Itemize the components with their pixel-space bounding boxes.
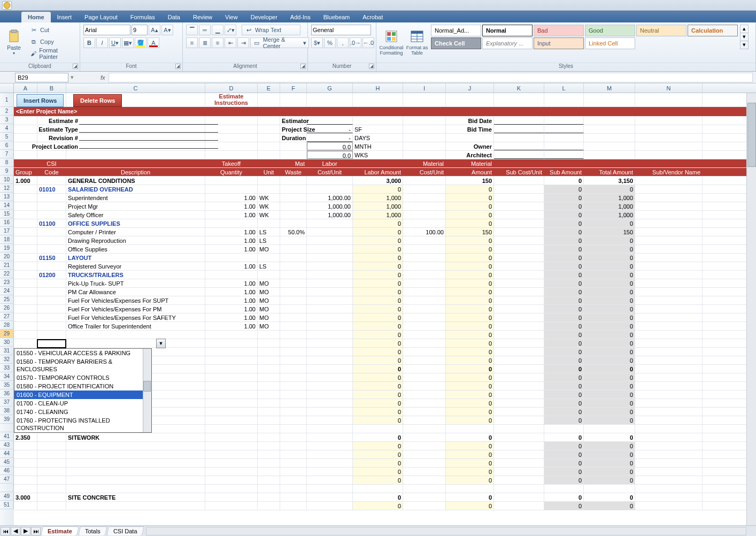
row-header[interactable]: 7 bbox=[0, 150, 14, 158]
column-header[interactable]: L bbox=[544, 83, 584, 93]
table-row[interactable]: Fuel For Vehicles/Expenses For SUPT1.00M… bbox=[14, 296, 756, 305]
cut-button[interactable]: ✂Cut bbox=[27, 25, 76, 35]
dialog-launcher-icon[interactable]: ◢ bbox=[73, 64, 78, 69]
row-header[interactable]: 17 bbox=[0, 227, 14, 235]
column-header[interactable]: J bbox=[446, 83, 494, 93]
row-header[interactable]: 19 bbox=[0, 244, 14, 252]
orientation-button[interactable]: ⤢▾ bbox=[225, 25, 236, 35]
align-top-button[interactable]: ▔ bbox=[186, 25, 198, 35]
dropdown-item[interactable]: 01560 - TEMPORARY BARRIERS & ENCLOSURES bbox=[14, 357, 151, 373]
table-row[interactable]: 0000 bbox=[14, 476, 756, 485]
table-row[interactable]: Safety Officer1.00WK1,000.001,000001,000 bbox=[14, 211, 756, 219]
column-header[interactable]: D bbox=[205, 83, 258, 93]
row-header[interactable]: 4 bbox=[0, 124, 14, 133]
row-header[interactable]: 49 bbox=[0, 492, 14, 501]
ribbon-tab-acrobat[interactable]: Acrobat bbox=[356, 12, 389, 22]
style-cell[interactable]: Calculation bbox=[688, 25, 738, 36]
table-row[interactable]: 01010SALARIED OVERHEAD0000 bbox=[14, 185, 756, 194]
name-box[interactable]: B29 bbox=[15, 73, 68, 82]
fill-color-button[interactable]: 🪣 bbox=[135, 37, 146, 48]
column-header[interactable]: B bbox=[37, 83, 66, 93]
row-header[interactable]: 23 bbox=[0, 278, 14, 287]
row-header[interactable]: 28 bbox=[0, 321, 14, 330]
format-painter-button[interactable]: 🖌Format Painter bbox=[27, 48, 76, 59]
ribbon-tab-bluebeam[interactable]: Bluebeam bbox=[317, 12, 357, 22]
ribbon-tab-review[interactable]: Review bbox=[187, 12, 219, 22]
select-all-corner[interactable] bbox=[0, 83, 14, 93]
row-header[interactable]: 34 bbox=[0, 372, 14, 381]
row-header[interactable]: 37 bbox=[0, 398, 14, 407]
style-cell[interactable]: Linked Cell bbox=[585, 37, 635, 49]
row-header[interactable]: 20 bbox=[0, 252, 14, 261]
font-size-combo[interactable] bbox=[132, 25, 148, 35]
align-middle-button[interactable]: ═ bbox=[199, 25, 211, 35]
column-header[interactable]: A bbox=[14, 83, 37, 93]
dropdown-list[interactable]: 01550 - VEHICULAR ACCESS & PARKING01560 … bbox=[14, 348, 152, 433]
row-header[interactable]: 3 bbox=[0, 116, 14, 124]
row-header[interactable]: 31 bbox=[0, 347, 14, 355]
column-header[interactable]: H bbox=[353, 83, 403, 93]
dropdown-item[interactable]: 01550 - VEHICULAR ACCESS & PARKING bbox=[14, 349, 151, 357]
ribbon-tab-insert[interactable]: Insert bbox=[51, 12, 79, 22]
gallery-up-button[interactable]: ▴ bbox=[740, 25, 748, 33]
table-row[interactable]: Pick-Up Truck- SUPT1.00MO0000 bbox=[14, 279, 756, 288]
table-row[interactable]: Computer / Printer1.00LS50.0%0100.001500… bbox=[14, 228, 756, 236]
row-header[interactable]: 36 bbox=[0, 389, 14, 398]
row-header[interactable]: 5 bbox=[0, 133, 14, 141]
dialog-launcher-icon[interactable]: ◢ bbox=[300, 64, 306, 69]
row-header[interactable]: 46 bbox=[0, 466, 14, 475]
row-header[interactable]: 38 bbox=[0, 407, 14, 415]
row-header[interactable]: 26 bbox=[0, 304, 14, 312]
dropdown-item[interactable]: 01760 - PROTECTING INSTALLED CONSTRUCTIO… bbox=[14, 416, 151, 432]
row-header[interactable]: 14 bbox=[0, 201, 14, 210]
table-row[interactable]: Registered Surveyor1.00LS0000 bbox=[14, 262, 756, 271]
shrink-font-button[interactable]: A▾ bbox=[161, 25, 173, 35]
table-row[interactable]: Drawing Reproduction1.00LS0000 bbox=[14, 236, 756, 245]
row-header[interactable]: 41 bbox=[0, 432, 14, 441]
column-header[interactable]: I bbox=[403, 83, 446, 93]
dropdown-item[interactable]: 01700 - CLEAN-UP bbox=[14, 399, 151, 408]
table-row[interactable]: 0000 bbox=[14, 450, 756, 459]
row-header[interactable]: 35 bbox=[0, 381, 14, 389]
ribbon-tab-add-ins[interactable]: Add-Ins bbox=[284, 12, 317, 22]
table-row[interactable]: Fuel For Vehicles/Expenses For PM1.00MO0… bbox=[14, 305, 756, 313]
align-right-button[interactable]: ≡ bbox=[212, 37, 223, 48]
sheet-tab[interactable]: Estimate bbox=[41, 526, 79, 535]
align-bottom-button[interactable]: ▁ bbox=[212, 25, 223, 35]
row-header[interactable]: 9 bbox=[0, 167, 14, 175]
table-row[interactable]: Superintendent1.00WK1,000.001,000001,000 bbox=[14, 194, 756, 202]
row-header[interactable]: 43 bbox=[0, 441, 14, 449]
wrap-text-button[interactable]: ↩Wrap Text bbox=[242, 25, 300, 35]
row-header[interactable]: 44 bbox=[0, 449, 14, 458]
dropdown-arrow-button[interactable]: ▼ bbox=[156, 339, 166, 348]
font-name-combo[interactable] bbox=[83, 25, 130, 35]
style-cell[interactable]: Bad bbox=[534, 25, 584, 36]
ribbon-tab-formulas[interactable]: Formulas bbox=[124, 12, 161, 22]
table-row[interactable]: 0000 bbox=[14, 459, 756, 468]
dropdown-item[interactable]: 01580 - PROJECT IDENTIFICATION bbox=[14, 382, 151, 390]
row-header[interactable]: 33 bbox=[0, 364, 14, 372]
style-cell[interactable]: Normal bbox=[482, 25, 533, 36]
grow-font-button[interactable]: A▴ bbox=[149, 25, 160, 35]
column-header[interactable]: K bbox=[494, 83, 544, 93]
row-header[interactable]: 39 bbox=[0, 415, 14, 424]
row-header[interactable]: 16 bbox=[0, 218, 14, 227]
gallery-down-button[interactable]: ▾ bbox=[740, 33, 748, 41]
column-header[interactable]: F bbox=[280, 83, 307, 93]
dropdown-item[interactable]: 01570 - TEMPORARY CONTROLS bbox=[14, 373, 151, 382]
table-row[interactable] bbox=[14, 485, 756, 493]
style-cell[interactable]: Input bbox=[534, 37, 584, 49]
comma-button[interactable]: , bbox=[337, 37, 349, 48]
table-row[interactable]: 0000 bbox=[14, 442, 756, 450]
worksheet-cells[interactable]: Insert Rows Delete Rows EstimateInstruct… bbox=[14, 93, 756, 525]
row-header[interactable]: 30 bbox=[0, 338, 14, 347]
horizontal-scrollbar[interactable] bbox=[146, 527, 746, 535]
bold-button[interactable]: B bbox=[83, 37, 95, 48]
column-header[interactable]: G bbox=[307, 83, 353, 93]
table-row[interactable]: 2.350SITEWORK0000 bbox=[14, 433, 756, 442]
font-color-button[interactable]: A bbox=[148, 37, 159, 48]
estimate-instructions-link[interactable]: EstimateInstructions bbox=[205, 93, 258, 106]
sheet-nav-prev[interactable]: ◀ bbox=[11, 527, 20, 535]
table-row[interactable]: 0000 bbox=[14, 468, 756, 476]
table-row[interactable]: 01100OFFICE SUPPLIES0000 bbox=[14, 219, 756, 228]
